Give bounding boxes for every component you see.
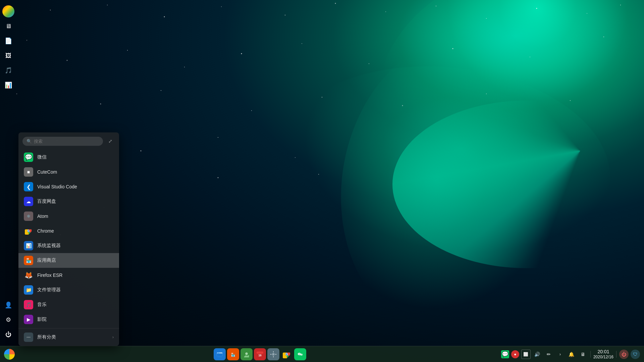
- files-label: 文件管理器: [37, 287, 114, 293]
- taskbar-files-icon[interactable]: [214, 348, 226, 360]
- svg-point-14: [127, 50, 128, 51]
- menu-item-vscode[interactable]: ❮ Visual Studio Code: [18, 179, 119, 194]
- tray-arrow-icon[interactable]: ›: [555, 350, 565, 359]
- svg-point-6: [385, 11, 386, 12]
- taskbar-calendar-icon[interactable]: 16: [254, 348, 266, 360]
- wechat-icon: 💬: [24, 153, 33, 162]
- svg-point-34: [218, 177, 219, 178]
- cutecom-icon: ■: [24, 167, 33, 177]
- tray-shield-button[interactable]: 🛡: [631, 350, 640, 359]
- sidebar-user-icon[interactable]: 👤: [2, 299, 14, 311]
- start-menu: 🔍 ⤢ 💬 微信 ■ CuteCom ❮ Visual Studio Code: [18, 132, 119, 346]
- search-bar: 🔍 ⤢: [18, 132, 119, 148]
- svg-point-62: [299, 354, 299, 354]
- sidebar-launcher-icon[interactable]: [2, 5, 14, 17]
- search-icon: 🔍: [26, 139, 32, 144]
- video-label: 影院: [37, 316, 114, 322]
- menu-item-cutecom[interactable]: ■ CuteCom: [18, 165, 119, 179]
- svg-rect-48: [257, 351, 263, 353]
- svg-point-5: [335, 3, 336, 4]
- sidebar-display-icon[interactable]: 🖥: [2, 20, 14, 32]
- menu-item-baidu[interactable]: ☁ 百度网盘: [18, 194, 119, 209]
- chrome-label: Chrome: [37, 228, 114, 234]
- baidu-icon: ☁: [24, 197, 33, 206]
- wechat-label: 微信: [37, 154, 114, 160]
- menu-item-monitor[interactable]: 📊 系统监视器: [18, 238, 119, 253]
- menu-item-files[interactable]: 📁 文件管理器: [18, 283, 119, 297]
- all-categories-icon: ⋯: [24, 333, 33, 342]
- svg-point-4: [285, 15, 285, 15]
- tray-desktop-icon[interactable]: ⬜: [521, 350, 531, 359]
- svg-point-24: [161, 90, 161, 91]
- svg-point-40: [28, 230, 29, 232]
- svg-point-25: [251, 110, 252, 111]
- tray-notification-icon[interactable]: 🔔: [567, 350, 576, 359]
- all-categories-label: 所有分类: [37, 334, 108, 340]
- svg-rect-54: [270, 354, 272, 355]
- menu-item-all-categories[interactable]: ⋯ 所有分类 ›: [18, 330, 119, 345]
- music-label: 音乐: [37, 302, 114, 308]
- monitor-icon: 📊: [24, 241, 33, 250]
- taskbar-photos-icon[interactable]: [240, 348, 253, 360]
- taskbar-chrome-icon[interactable]: [281, 348, 293, 360]
- clock-time: 20:01: [597, 349, 609, 355]
- svg-point-58: [286, 353, 288, 355]
- svg-point-12: [26, 40, 27, 41]
- cutecom-label: CuteCom: [37, 169, 114, 175]
- sidebar-spreadsheet-icon[interactable]: 📊: [2, 79, 14, 91]
- clock-date: 2020/12/16: [593, 355, 613, 360]
- clock-area[interactable]: 20:01 2020/12/16: [593, 349, 613, 360]
- menu-item-appstore[interactable]: 🏪 应用商店: [18, 253, 119, 268]
- svg-rect-42: [217, 353, 223, 357]
- baidu-label: 百度网盘: [37, 198, 114, 204]
- svg-text:🏪: 🏪: [231, 352, 235, 357]
- taskbar-settings-icon[interactable]: [267, 348, 279, 360]
- tray-notify-icon[interactable]: ●: [511, 350, 519, 358]
- sidebar-power-icon[interactable]: ⏻: [2, 328, 14, 341]
- menu-divider: [18, 328, 119, 328]
- search-input[interactable]: [34, 139, 99, 144]
- svg-point-16: [241, 53, 242, 54]
- taskbar-wechat-icon[interactable]: [294, 348, 306, 360]
- sidebar-settings-icon[interactable]: ⚙: [2, 314, 14, 326]
- svg-point-46: [245, 352, 248, 355]
- menu-item-video[interactable]: ▶ 影院: [18, 312, 119, 327]
- sidebar-photos-icon[interactable]: 🖼: [2, 50, 14, 62]
- svg-point-63: [300, 354, 300, 354]
- tray-separator-2: [616, 351, 616, 358]
- tray-screen-icon[interactable]: 🖥: [578, 350, 588, 359]
- firefox-icon: 🦊: [24, 270, 33, 280]
- menu-items-list: 💬 微信 ■ CuteCom ❮ Visual Studio Code ☁ 百度…: [18, 148, 119, 346]
- tray-power-button[interactable]: ⏻: [619, 350, 629, 359]
- svg-point-18: [369, 63, 369, 64]
- menu-item-music[interactable]: 🎵 音乐: [18, 297, 119, 312]
- svg-point-31: [141, 150, 142, 152]
- expand-button[interactable]: ⤢: [106, 136, 115, 146]
- tray-volume-icon[interactable]: 🔊: [533, 350, 542, 359]
- sidebar-launcher: 🖥 📄 🖼 🎵 📊 👤 ⚙ ⏻: [0, 0, 17, 346]
- svg-point-3: [221, 6, 222, 7]
- arrow-icon: ›: [112, 335, 114, 340]
- monitor-label: 系统监视器: [37, 243, 114, 249]
- taskbar-center: 🏪 16: [19, 348, 501, 360]
- sidebar-music-icon[interactable]: 🎵: [2, 64, 14, 76]
- vscode-label: Visual Studio Code: [37, 184, 114, 189]
- atom-icon: ⚛: [24, 212, 33, 221]
- taskbar-appstore-icon[interactable]: 🏪: [227, 348, 239, 360]
- tray-wechat-icon[interactable]: 💬: [501, 350, 509, 358]
- search-input-wrapper[interactable]: 🔍: [22, 137, 103, 146]
- menu-item-wechat[interactable]: 💬 微信: [18, 150, 119, 165]
- menu-item-chrome[interactable]: Chrome: [18, 224, 119, 238]
- svg-point-51: [272, 353, 274, 355]
- tray-pen-icon[interactable]: ✏: [544, 350, 553, 359]
- files-icon: 📁: [24, 285, 33, 295]
- menu-item-atom[interactable]: ⚛ Atom: [18, 209, 119, 224]
- taskbar: 🏪 16: [0, 346, 644, 362]
- svg-text:16: 16: [258, 354, 262, 357]
- sidebar-docs-icon[interactable]: 📄: [2, 35, 14, 47]
- svg-point-61: [300, 353, 303, 355]
- start-button-inner: [4, 349, 15, 360]
- menu-item-firefox[interactable]: 🦊 Firefox ESR: [18, 268, 119, 283]
- start-button[interactable]: [3, 348, 16, 361]
- desktop: 🖥 📄 🖼 🎵 📊 👤 ⚙ ⏻ 🔍 ⤢ 💬 微信 ■ CuteCom: [0, 0, 644, 362]
